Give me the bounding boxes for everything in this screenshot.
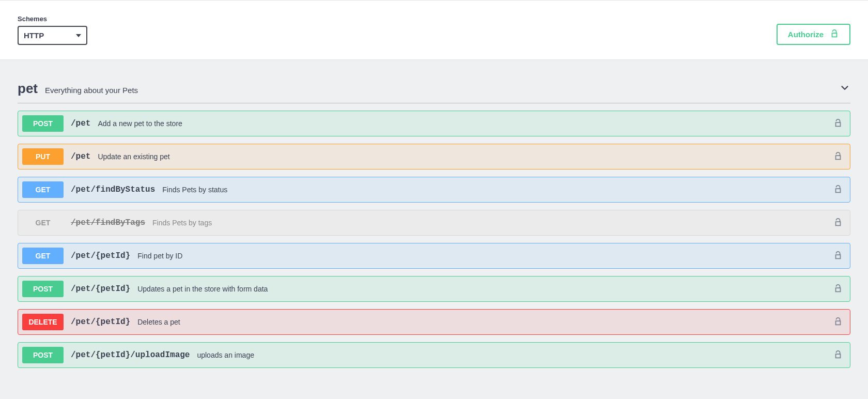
- operation-summary: Finds Pets by tags: [152, 219, 212, 227]
- lock-icon: [833, 218, 843, 228]
- method-badge: POST: [22, 281, 64, 297]
- operation-summary: Add a new pet to the store: [98, 119, 182, 128]
- lock-icon: [833, 151, 843, 162]
- operation-path: /pet/findByStatus: [71, 185, 155, 194]
- operation-path: /pet/{petId}: [71, 317, 130, 327]
- schemes-wrapper: Schemes HTTP: [18, 15, 87, 45]
- operation-path: /pet/{petId}: [71, 284, 130, 294]
- operation-row[interactable]: POST /pet/{petId}/uploadImage uploads an…: [18, 342, 850, 368]
- lock-icon: [833, 317, 843, 328]
- tag-header[interactable]: pet Everything about your Pets: [18, 81, 850, 103]
- schemes-select-wrapper: HTTP: [18, 26, 87, 45]
- tag-description: Everything about your Pets: [45, 86, 138, 95]
- lock-icon: [833, 284, 843, 295]
- operation-path: /pet/{petId}: [71, 251, 130, 260]
- operation-row[interactable]: POST /pet Add a new pet to the store: [18, 111, 850, 136]
- schemes-select[interactable]: HTTP: [18, 26, 87, 45]
- schemes-bar: Schemes HTTP Authorize: [0, 0, 868, 60]
- lock-icon: [833, 350, 843, 361]
- authorize-label: Authorize: [788, 30, 824, 39]
- lock-icon: [833, 185, 843, 195]
- operation-summary: Finds Pets by status: [162, 186, 227, 194]
- method-badge: POST: [22, 115, 64, 132]
- operation-row[interactable]: DELETE /pet/{petId} Deletes a pet: [18, 309, 850, 335]
- lock-open-icon: [830, 29, 839, 40]
- tag-name: pet: [18, 81, 38, 97]
- method-badge: DELETE: [22, 314, 64, 330]
- operation-path: /pet: [71, 119, 90, 128]
- operation-path: /pet: [71, 152, 90, 161]
- operation-row[interactable]: POST /pet/{petId} Updates a pet in the s…: [18, 276, 850, 302]
- operation-row[interactable]: GET /pet/findByTags Finds Pets by tags: [18, 210, 850, 236]
- operation-row[interactable]: GET /pet/findByStatus Finds Pets by stat…: [18, 177, 850, 203]
- method-badge: GET: [22, 214, 64, 231]
- operation-row[interactable]: PUT /pet Update an existing pet: [18, 144, 850, 170]
- method-badge: GET: [22, 248, 64, 264]
- main-content: pet Everything about your Pets POST /pet…: [0, 60, 868, 389]
- operation-path: /pet/findByTags: [71, 218, 145, 227]
- operation-summary: Deletes a pet: [137, 318, 180, 326]
- lock-icon: [833, 251, 843, 262]
- operations-list: POST /pet Add a new pet to the store PUT…: [18, 111, 850, 368]
- tag-section: pet Everything about your Pets POST /pet…: [18, 81, 850, 368]
- operation-summary: Update an existing pet: [98, 152, 169, 161]
- method-badge: GET: [22, 181, 64, 198]
- schemes-label: Schemes: [18, 15, 87, 23]
- chevron-down-icon: [839, 82, 850, 95]
- lock-icon: [833, 118, 843, 129]
- operation-path: /pet/{petId}/uploadImage: [71, 350, 190, 360]
- tag-header-left: pet Everything about your Pets: [18, 81, 138, 97]
- operation-summary: Updates a pet in the store with form dat…: [137, 285, 268, 293]
- operation-row[interactable]: GET /pet/{petId} Find pet by ID: [18, 243, 850, 269]
- operation-summary: Find pet by ID: [137, 252, 182, 260]
- authorize-button[interactable]: Authorize: [777, 24, 850, 45]
- method-badge: PUT: [22, 148, 64, 165]
- method-badge: POST: [22, 347, 64, 363]
- operation-summary: uploads an image: [197, 351, 254, 359]
